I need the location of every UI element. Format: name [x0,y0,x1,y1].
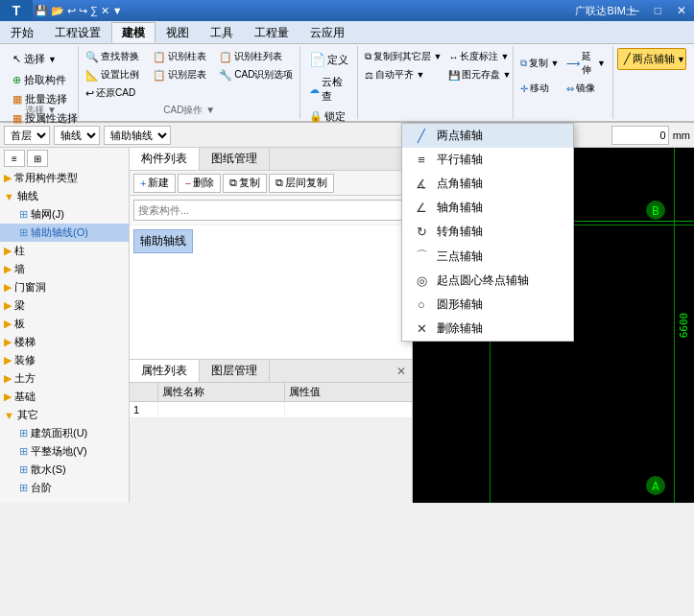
bottom-panel: 属性列表 图层管理 ✕ 属性名称 属性值 1 [130,359,412,503]
sidebar-item-beam[interactable]: ▶ 梁 [0,296,129,315]
sw-label: 散水(S) [31,462,66,477]
btn-new[interactable]: + 新建 [133,174,176,193]
tab-layers[interactable]: 图层管理 [200,360,270,382]
panel-close-btn[interactable]: ✕ [391,365,412,378]
qa-undo-icon[interactable]: ↩ [67,5,76,17]
tab-project-settings[interactable]: 工程设置 [44,22,111,43]
cloud-icon: ☁ [309,83,320,96]
canvas-dimension-vert: 6600 [678,313,690,339]
axis-dropdown-icon: ╱ [624,53,631,65]
other-expand-icon: ▼ [4,410,14,421]
sidebar-item-decor[interactable]: ▶ 装修 [0,351,129,369]
btn-two-point-axis[interactable]: ╱ 两点辅轴 ▼ [617,48,686,70]
qa-save-icon[interactable]: 💾 [35,5,48,17]
sidebar-item-common[interactable]: ▶ 常用构件类型 [0,169,129,187]
sidebar-item-stair[interactable]: ▶ 楼梯 [0,333,129,351]
search-input[interactable] [133,200,408,221]
close-btn[interactable]: ✕ [669,4,694,17]
menu-item-point-angle[interactable]: ∡ 点角辅轴 [402,172,573,196]
menu-item-axis-angle[interactable]: ∠ 轴角辅轴 [402,196,573,220]
sidebar-item-foundation[interactable]: ▶ 基础 [0,388,129,406]
canvas-label-b: B [646,201,665,220]
btn-scale[interactable]: 📐设置比例 [83,66,149,83]
tab-quantity[interactable]: 工程量 [244,22,299,43]
btn-copy-comp[interactable]: ⧉ 复制 [223,174,267,193]
btn-copy-to-floor[interactable]: ⧉复制到其它层▼ [362,48,444,65]
btn-save-element[interactable]: 💾图元存盘▼ [445,66,514,83]
sidebar-item-aux-axis[interactable]: ⊞ 辅助轴线(O) [0,224,129,242]
sidebar-item-platform[interactable]: ⊞ 台阶 [0,479,129,497]
btn-extend[interactable]: ⟶延伸▼ [563,48,609,79]
btn-select[interactable]: ↖选择▼ [8,48,74,70]
comp-item-aux-axis[interactable]: 辅助轴线 [133,229,193,253]
sidebar-item-scatter-water[interactable]: ⊞ 散水(S) [0,461,129,479]
btn-define[interactable]: 📄定义 [304,48,353,71]
earth-expand-icon: ▶ [4,372,12,385]
sidebar-item-column[interactable]: ▶ 柱 [0,242,129,260]
found-expand-icon: ▶ [4,391,12,403]
main-area: ≡ ⊞ ▶ 常用构件类型 ▼ 轴线 ⊞ 轴网(J) ⊞ 辅助轴线(O) ▶ [0,148,694,503]
btn-length-mark[interactable]: ↔长度标注▼ [445,48,514,65]
menu-item-circular[interactable]: ○ 圆形辅轴 [402,293,573,317]
content-toolbar: + 新建 − 删除 ⧉ 复制 ⧉ 层间复制 [130,171,412,196]
qa-more-icon[interactable]: ▼ [112,5,123,16]
sub-axis-select[interactable]: 辅助轴线 [104,126,171,145]
tab-tools[interactable]: 工具 [200,22,244,43]
sidebar-item-axis-cat[interactable]: ▼ 轴线 [0,187,129,205]
qa-open-icon[interactable]: 📂 [51,5,64,17]
sidebar-item-wall[interactable]: ▶ 墙 [0,260,129,278]
qa-calc-icon[interactable]: ∑ [90,5,98,16]
sidebar-item-floor-area[interactable]: ⊞ 建筑面积(U) [0,424,129,442]
btn-move[interactable]: ✛移动 [517,80,562,97]
tab-modeling[interactable]: 建模 [111,22,156,43]
tab-component-list[interactable]: 构件列表 [130,148,200,170]
prop-table-row: 1 [130,402,412,418]
qa-redo-icon[interactable]: ↪ [79,5,87,17]
btn-cloud-check[interactable]: ☁云检查 [304,73,353,106]
wall-expand-icon: ▶ [4,263,12,275]
sidebar-item-level-ground[interactable]: ⊞ 平整场地(V) [0,442,129,461]
coord-x-input[interactable] [611,126,669,145]
menu-item-delete-axis[interactable]: ✕ 删除辅轴 [402,317,573,341]
sidebar-tree-view[interactable]: ⊞ [27,150,48,167]
btn-delete[interactable]: − 删除 [178,174,220,193]
menu-item-two-point[interactable]: ╱ 两点辅轴 [402,124,573,148]
menu-item-arc-start-end[interactable]: ◎ 起点圆心终点辅轴 [402,269,573,293]
btn-cad-identify[interactable]: 🔧CAD识别选项 [216,66,296,83]
btn-auto-level[interactable]: ⚖自动平齐▼ [362,66,444,83]
select-icon: ↖ [12,53,21,65]
menu-item-parallel[interactable]: ≡ 平行辅轴 [402,148,573,172]
btn-find-replace[interactable]: 🔍查找替换 [83,48,149,65]
sidebar-item-axis-grid[interactable]: ⊞ 轴网(J) [0,205,129,224]
maximize-btn[interactable]: □ [647,4,669,17]
menu-item-rotate-angle[interactable]: ↻ 转角辅轴 [402,220,573,244]
tab-view[interactable]: 视图 [156,22,200,43]
tab-properties[interactable]: 属性列表 [130,360,200,382]
btn-pick-component[interactable]: ⊕拾取构件 [8,71,74,89]
btn-identify-floor[interactable]: 📋识别层表 [150,66,216,83]
qa-close-icon[interactable]: ✕ [101,5,109,17]
tab-start[interactable]: 开始 [0,22,44,43]
sidebar-item-slab[interactable]: ▶ 板 [0,315,129,333]
btn-identify-col[interactable]: 📋识别柱表 [150,48,216,65]
btn-identify-col2[interactable]: 📋识别柱列表 [216,48,296,65]
sidebar-item-other-cat[interactable]: ▼ 其它 [0,406,129,424]
sidebar-toolbar: ≡ ⊞ [0,148,129,169]
btn-lock[interactable]: 🔒锁定 [304,107,353,126]
sidebar-list-view[interactable]: ≡ [4,150,25,167]
btn-floor-copy[interactable]: ⧉ 层间复制 [269,174,334,193]
tab-cloud[interactable]: 云应用 [299,22,355,43]
group-axis: ╱ 两点辅轴 ▼ [613,46,690,119]
btn-copy[interactable]: ⧉复制▼ [517,48,562,79]
sidebar-item-door-window[interactable]: ▶ 门窗洞 [0,278,129,296]
tab-drawing-mgmt[interactable]: 图纸管理 [200,148,270,170]
btn-restore-cad[interactable]: ↩还原CAD [83,84,149,102]
fa-label: 建筑面积(U) [31,426,87,440]
menu-item-three-point[interactable]: ⌒ 三点辅轴 [402,244,573,269]
group-define: 📄定义 ☁云检查 🔒锁定 [300,46,358,119]
circular-icon: ○ [412,297,431,312]
content-panel: 构件列表 图纸管理 + 新建 − 删除 ⧉ 复制 [130,148,413,503]
btn-mirror[interactable]: ⇔镜像 [563,80,609,97]
sidebar-item-earth[interactable]: ▶ 土方 [0,369,129,388]
minimize-btn[interactable]: ─ [623,4,647,17]
